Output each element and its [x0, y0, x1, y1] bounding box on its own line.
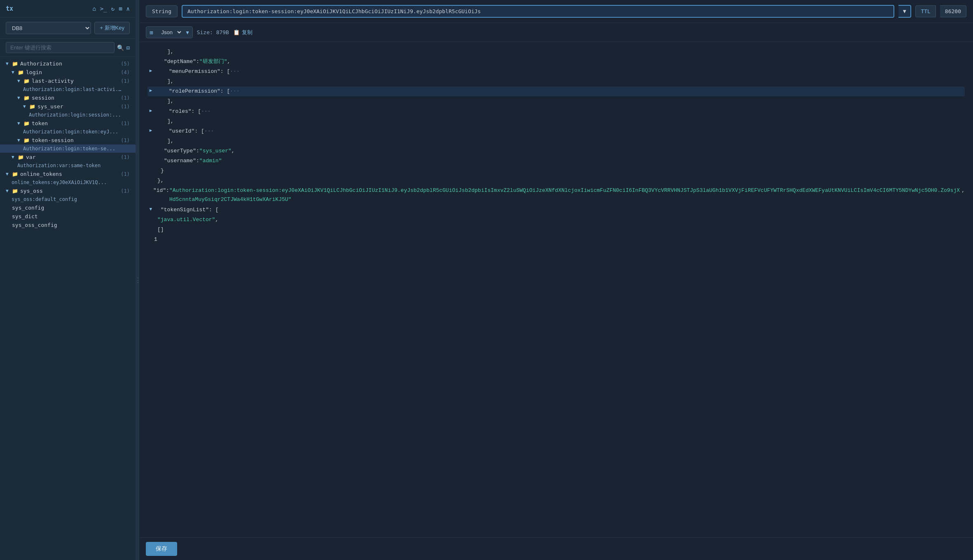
chevron-down-icon: ▼ — [12, 154, 16, 160]
json-ellipsis: ··· — [230, 87, 239, 96]
chevron-down-icon: ▼ — [12, 70, 16, 75]
json-key-deptname: "deptName" — [164, 57, 196, 66]
tree-item-authorization[interactable]: ▼ 📁 Authorization (5) — [0, 59, 136, 68]
json-line-bracket3: ], — [147, 117, 965, 126]
json-key-roles: "roles" — [169, 107, 192, 116]
json-colon: : — [166, 186, 169, 195]
tree-count-login: (4) — [121, 70, 130, 75]
tree-item-online-tokens[interactable]: ▼ 📁 online_tokens (1) — [0, 170, 136, 178]
tree-count-sys-oss: (1) — [121, 188, 130, 194]
tree-leaf-token[interactable]: Authorization:login:token:eyJ... — [0, 128, 136, 136]
folder-icon: 📁 — [18, 70, 24, 75]
resize-handle[interactable]: ⋮ — [136, 0, 139, 560]
json-bracket: ], — [167, 97, 174, 106]
json-colon: : [ — [220, 67, 230, 76]
tree-leaf-last-activity[interactable]: Authorization:login:last-activi... — [0, 85, 136, 93]
tree-label-session: session — [32, 95, 54, 101]
tree-leaf-label-last-activity: Authorization:login:last-activi... — [23, 86, 122, 92]
json-value-deptname: "研发部门" — [199, 57, 227, 66]
json-bracket: }, — [157, 176, 164, 185]
json-comma: , — [961, 186, 965, 195]
grid-icon[interactable]: ⊞ — [119, 5, 122, 12]
json-viewer: ], "deptName" : "研发部门" , ▶ "menuPermissi… — [139, 42, 973, 537]
copy-label: 复制 — [242, 29, 253, 36]
tree-label-token: token — [32, 120, 48, 126]
tree-container: ▼ 📁 Authorization (5) ▼ 📁 login (4) ▼ 📁 … — [0, 57, 136, 560]
format-select[interactable]: Json — [156, 27, 182, 38]
filter-icon[interactable]: ⊡ — [126, 44, 130, 51]
json-bracket: [] — [157, 225, 164, 234]
json-line-close1: } — [147, 166, 965, 176]
json-key-userid: "userId" — [169, 127, 194, 136]
size-badge: Size: 879B — [197, 29, 229, 35]
tree-leaf-session[interactable]: Authorization:login:session:... — [0, 111, 136, 119]
json-value-username: "admin" — [199, 156, 222, 166]
tree-item-sys-oss-config[interactable]: ▶ sys_oss_config — [0, 221, 136, 229]
tree-item-sys-dict[interactable]: ▶ sys_dict — [0, 212, 136, 221]
json-colon: : [ — [220, 87, 230, 96]
refresh-icon[interactable]: ↻ — [111, 5, 115, 12]
tree-item-token[interactable]: ▼ 📁 token (1) — [0, 119, 136, 128]
tree-count-token: (1) — [121, 121, 130, 126]
expand-roles-button[interactable]: ▶ — [147, 107, 154, 115]
save-button[interactable]: 保存 — [146, 542, 177, 556]
chevron-down-icon: ▼ — [17, 78, 22, 84]
tree-leaf-label-token-session: Authorization:login:token-se... — [23, 146, 115, 152]
tree-leaf-token-session[interactable]: Authorization:login:token-se... — [0, 145, 136, 153]
tree-label-login: login — [26, 69, 42, 75]
tree-item-session[interactable]: ▼ 📁 session (1) — [0, 93, 136, 102]
json-line-number: 1 — [147, 235, 965, 245]
json-bracket: ], — [167, 47, 174, 56]
expand-menupermission-button[interactable]: ▶ — [147, 67, 154, 75]
json-bracket: ], — [167, 117, 174, 126]
json-colon: : — [196, 147, 199, 156]
tree-item-sys-config[interactable]: ▶ sys_config — [0, 203, 136, 212]
key-value-input[interactable] — [182, 5, 894, 18]
sidebar-icons: ⌂ >_ ↻ ⊞ ∧ — [92, 5, 130, 12]
tree-label-var: var — [26, 154, 35, 160]
tree-count-online-tokens: (1) — [121, 171, 130, 177]
tree-item-sys-user[interactable]: ▼ 📁 sys_user (1) — [0, 102, 136, 111]
terminal-icon[interactable]: >_ — [100, 5, 107, 12]
ttl-value: 86200 — [940, 5, 966, 17]
tree-count-session: (1) — [121, 95, 130, 101]
tree-item-login[interactable]: ▼ 📁 login (4) — [0, 68, 136, 77]
expand-tokensignlist-button[interactable]: ▶ — [147, 206, 155, 212]
json-key-menupermission: "menuPermission" — [169, 67, 220, 76]
json-bracket: ], — [167, 137, 174, 146]
add-key-button[interactable]: + 新增Key — [94, 22, 130, 34]
tree-count-last-activity: (1) — [121, 78, 130, 84]
key-dropdown-button[interactable]: ▼ — [898, 5, 911, 18]
tree-leaf-online-tokens[interactable]: online_tokens:eyJ0eXAiOiJKV1Q... — [0, 178, 136, 187]
json-line-bracket2: ], — [147, 96, 965, 106]
tree-item-var[interactable]: ▼ 📁 var (1) — [0, 153, 136, 161]
expand-rolepermission-button[interactable]: ▶ — [147, 87, 154, 95]
chevron-down-icon: ▼ — [17, 95, 22, 100]
json-colon: : — [196, 156, 199, 166]
expand-userid-button[interactable]: ▶ — [147, 127, 154, 135]
search-input[interactable] — [6, 42, 115, 53]
json-ellipsis: ··· — [230, 67, 239, 76]
search-icon[interactable]: 🔍 — [117, 44, 124, 51]
search-row: 🔍 ⊡ — [0, 39, 136, 57]
db-selector[interactable]: DB8 — [6, 22, 91, 34]
json-line-bracket1: ], — [147, 77, 965, 86]
tree-item-last-activity[interactable]: ▼ 📁 last-activity (1) — [0, 77, 136, 85]
tree-leaf-label-var: Authorization:var:same-token — [17, 163, 101, 168]
tree-leaf-var[interactable]: Authorization:var:same-token — [0, 161, 136, 170]
collapse-icon[interactable]: ∧ — [126, 5, 130, 12]
tree-label-last-activity: last-activity — [32, 78, 74, 84]
format-bar: ⊞ Json ▼ Size: 879B 📋 复制 — [139, 23, 973, 42]
json-line-username: "username" : "admin" — [147, 156, 965, 166]
copy-button[interactable]: 📋 复制 — [233, 29, 253, 36]
json-key-id: "id" — [153, 186, 166, 195]
tree-item-token-session[interactable]: ▼ 📁 token-session (1) — [0, 136, 136, 145]
tree-leaf-label-online-tokens: online_tokens:eyJ0eXAiOiJKV1Q... — [12, 180, 107, 185]
json-line-bracket4: ], — [147, 136, 965, 146]
format-icon: ⊞ — [146, 27, 156, 38]
tree-item-sys-oss[interactable]: ▼ 📁 sys_oss (1) — [0, 187, 136, 195]
home-icon[interactable]: ⌂ — [92, 5, 96, 12]
db-selector-row: DB8 + 新增Key — [0, 18, 136, 39]
folder-icon: 📁 — [12, 171, 18, 177]
tree-leaf-sys-oss[interactable]: sys_oss:default_config — [0, 195, 136, 203]
